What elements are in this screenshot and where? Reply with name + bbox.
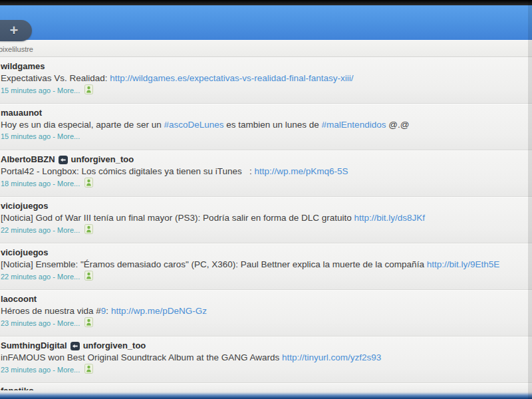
tweet-link[interactable]: #ascoDeLunes (164, 120, 223, 130)
tweet-link[interactable]: #malEntendidos (322, 120, 386, 130)
tweet-more-link[interactable]: More... (57, 180, 80, 188)
tweet-header: laocoont (1, 294, 525, 305)
tweet-header: AlbertoBBZNunforgiven_too (1, 154, 525, 165)
retweet-icon (59, 156, 68, 164)
tweet-item: AlbertoBBZNunforgiven_tooPortal42 - Long… (0, 150, 532, 197)
app-header: + (0, 5, 532, 40)
tweet-more-link[interactable]: More... (57, 226, 80, 234)
user-badge-icon (84, 84, 93, 94)
retweet-source-username[interactable]: unforgiven_too (83, 340, 146, 351)
tweet-more-link[interactable]: More... (57, 86, 80, 94)
tweet-header: wildgames (1, 61, 525, 72)
tweet-meta: 22 minutes ago - More... (1, 272, 525, 281)
tweet-header: SumthingDigitalunforgiven_too (1, 340, 525, 351)
tweet-more-link[interactable]: More... (57, 319, 80, 327)
meta-separator: - (51, 180, 57, 188)
retweet-icon (70, 342, 80, 350)
tweet-link[interactable]: http://bit.ly/9Eth5E (427, 259, 500, 269)
tweet-text-segment: Hoy es un dia especial, aparte de ser un (1, 120, 164, 130)
tweet-username[interactable]: viciojuegos (1, 201, 49, 211)
tweet-more-link[interactable]: More... (57, 273, 80, 281)
tweet-text-segment: : (106, 306, 111, 316)
tweet-link[interactable]: http://tinyurl.com/yzf2s93 (282, 352, 381, 362)
tweet-username[interactable]: wildgames (1, 61, 45, 72)
tweet-text: [Noticia] God of War III tenía un final … (1, 212, 525, 223)
tweet-text-segment: Héroes de nuestra vida # (1, 306, 101, 316)
tweet-meta: 15 minutes ago - More... (1, 132, 525, 140)
tweet-item: SumthingDigitalunforgiven_tooinFAMOUS wo… (0, 336, 532, 383)
user-badge-icon (84, 317, 93, 327)
tweet-meta: 23 minutes ago - More... (1, 319, 525, 327)
tweet-timestamp: 18 minutes ago (1, 180, 51, 188)
tweet-text-segment: [Noticia] Ensemble: "Éramos demasiado ca… (1, 259, 427, 269)
tweet-username[interactable]: laocoont (1, 294, 37, 305)
tweet-meta: 15 minutes ago - More... (1, 86, 525, 94)
window-titlebar (0, 0, 532, 5)
tweet-timestamp: 15 minutes ago (1, 86, 51, 94)
tweet-header: mauaunot (1, 108, 525, 118)
user-badge-icon (84, 271, 93, 281)
meta-separator: - (51, 273, 57, 281)
tweet-item: viciojuegos[Noticia] God of War III tení… (0, 197, 532, 243)
tweet-more-link[interactable]: More... (57, 132, 80, 140)
tweet-text-segment: Portal42 - Longbox: Los cómics digitales… (1, 166, 254, 176)
tweet-link[interactable]: http://wp.me/pKmq6-5S (254, 166, 348, 176)
tweet-link[interactable]: http://bit.ly/ds8JKf (354, 213, 425, 223)
account-name-label: pixelilustre (0, 45, 33, 53)
meta-separator: - (51, 86, 57, 94)
window-bottom-border (0, 390, 532, 399)
meta-separator: - (51, 319, 57, 327)
tweet-text-segment: inFAMOUS won Best Original Soundtrack Al… (1, 352, 282, 362)
tweet-list: wildgamesExpectativas Vs. Realidad: http… (0, 57, 532, 391)
tweet-header: viciojuegos (1, 247, 525, 258)
retweet-source-username[interactable]: unforgiven_too (71, 154, 134, 165)
tweet-text: Portal42 - Longbox: Los cómics digitales… (1, 166, 525, 177)
tweet-timestamp: 23 minutes ago (1, 366, 51, 374)
tweet-text-segment: Expectativas Vs. Realidad: (1, 73, 110, 83)
tweet-text: Héroes de nuestra vida #9: http://wp.me/… (1, 305, 525, 317)
tweet-text-segment: @.@ (386, 120, 409, 130)
tweet-text: Hoy es un dia especial, aparte de ser un… (1, 119, 525, 130)
tweet-link[interactable]: http://wildgames.es/expectativas-vs-real… (110, 73, 353, 83)
tweet-more-link[interactable]: More... (57, 366, 80, 374)
user-badge-icon (84, 364, 93, 374)
tweet-meta: 22 minutes ago - More... (1, 225, 525, 234)
tweet-header: viciojuegos (1, 201, 525, 211)
tweet-username[interactable]: viciojuegos (1, 247, 49, 258)
tweet-timestamp: 23 minutes ago (1, 319, 51, 327)
tweet-timestamp: 22 minutes ago (1, 226, 51, 234)
tweet-text-segment: es tambien un lunes de (223, 120, 321, 130)
tweet-username[interactable]: SumthingDigital (1, 340, 67, 351)
tweet-text-segment: [Noticia] God of War III tenía un final … (1, 213, 354, 223)
meta-separator: - (51, 226, 57, 234)
tweet-item: mauaunotHoy es un dia especial, aparte d… (0, 104, 532, 150)
tweet-username[interactable]: mauaunot (1, 108, 42, 118)
meta-separator: - (51, 366, 57, 374)
tweet-timestamp: 15 minutes ago (1, 132, 51, 140)
tweet-item: wildgamesExpectativas Vs. Realidad: http… (0, 57, 532, 104)
user-badge-icon (84, 178, 93, 188)
tweet-text: Expectativas Vs. Realidad: http://wildga… (1, 72, 525, 84)
user-badge-icon (84, 224, 93, 234)
tweet-meta: 23 minutes ago - More... (1, 365, 525, 374)
tweet-item: laocoontHéroes de nuestra vida #9: http:… (0, 290, 532, 336)
tweet-username[interactable]: AlbertoBBZN (1, 154, 55, 165)
tweet-item: viciojuegos[Noticia] Ensemble: "Éramos d… (0, 243, 532, 290)
tweet-timestamp: 22 minutes ago (1, 273, 51, 281)
meta-separator: - (51, 132, 57, 140)
tweet-meta: 18 minutes ago - More... (1, 179, 525, 188)
tweet-text: [Noticia] Ensemble: "Éramos demasiado ca… (1, 259, 525, 270)
tweet-text: inFAMOUS won Best Original Soundtrack Al… (1, 352, 525, 363)
account-bar[interactable]: pixelilustre (0, 40, 532, 57)
plus-icon: + (5, 23, 19, 38)
tweet-link[interactable]: http://wp.me/pDeNG-Gz (111, 306, 207, 316)
new-tab-button[interactable]: + (0, 20, 32, 41)
